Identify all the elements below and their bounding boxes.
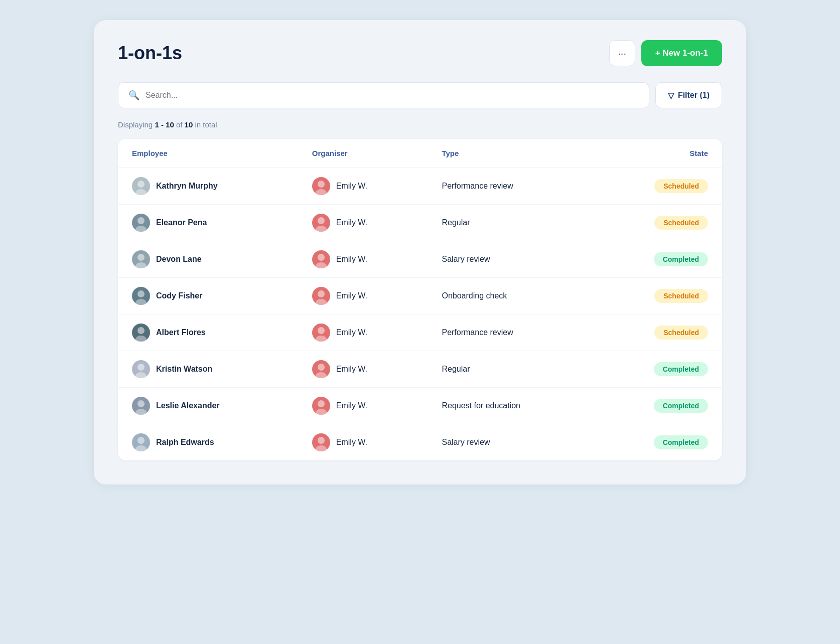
employee-name: Ralph Edwards (156, 438, 214, 447)
organiser-avatar (312, 250, 330, 268)
organiser-cell-4: Emily W. (298, 314, 428, 351)
organiser-cell-7: Emily W. (298, 424, 428, 461)
svg-point-20 (137, 364, 145, 371)
header: 1-on-1s ··· + New 1-on-1 (118, 40, 722, 66)
svg-point-18 (318, 327, 325, 334)
employee-name: Albert Flores (156, 328, 206, 337)
svg-point-27 (316, 409, 327, 415)
table-row[interactable]: Leslie Alexander Emily W. Request for ed… (118, 388, 722, 424)
organiser-cell-6: Emily W. (298, 388, 428, 424)
table-body: Kathryn Murphy Emily W. Performance revi… (118, 168, 722, 461)
header-actions: ··· + New 1-on-1 (609, 40, 722, 66)
svg-point-7 (316, 226, 327, 232)
data-table: Employee Organiser Type State Kathryn Mu… (118, 139, 722, 460)
svg-point-21 (135, 372, 147, 378)
status-badge: Completed (654, 362, 708, 376)
svg-point-1 (135, 189, 147, 195)
col-type: Type (428, 139, 594, 168)
organiser-cell-1: Emily W. (298, 205, 428, 241)
status-badge: Scheduled (654, 326, 708, 340)
organiser-avatar (312, 177, 330, 195)
svg-point-2 (318, 181, 325, 188)
type-cell-5: Regular (428, 351, 594, 388)
organiser-cell-2: Emily W. (298, 241, 428, 278)
search-icon: 🔍 (128, 90, 139, 101)
type-cell-2: Salary review (428, 241, 594, 278)
svg-point-5 (135, 226, 147, 232)
state-cell-3: Scheduled (594, 278, 722, 314)
state-cell-4: Scheduled (594, 314, 722, 351)
employee-name: Cody Fisher (156, 291, 202, 300)
organiser-avatar (312, 214, 330, 232)
svg-point-11 (316, 262, 327, 268)
state-cell-2: Completed (594, 241, 722, 278)
state-cell-6: Completed (594, 388, 722, 424)
employee-avatar (132, 177, 150, 195)
more-options-button[interactable]: ··· (609, 40, 635, 66)
svg-point-12 (137, 290, 145, 297)
organiser-avatar (312, 324, 330, 342)
organiser-cell-3: Emily W. (298, 278, 428, 314)
search-input[interactable] (146, 91, 639, 100)
svg-point-19 (316, 336, 327, 342)
employee-cell-2: Devon Lane (118, 241, 298, 278)
organiser-name: Emily W. (336, 291, 367, 300)
employee-avatar (132, 433, 150, 451)
status-badge: Completed (654, 435, 708, 449)
employee-cell-1: Eleanor Pena (118, 205, 298, 241)
display-suffix: in total (193, 120, 217, 129)
employee-avatar (132, 397, 150, 415)
state-cell-0: Scheduled (594, 168, 722, 205)
page-title: 1-on-1s (118, 43, 182, 64)
svg-point-23 (316, 372, 327, 378)
organiser-name: Emily W. (336, 438, 367, 447)
main-card: 1-on-1s ··· + New 1-on-1 🔍 ▽ Filter (1) … (94, 20, 746, 485)
display-of: of (174, 120, 185, 129)
state-cell-7: Completed (594, 424, 722, 461)
employee-cell-6: Leslie Alexander (118, 388, 298, 424)
svg-point-14 (318, 290, 325, 297)
table-row[interactable]: Devon Lane Emily W. Salary reviewComplet… (118, 241, 722, 278)
svg-point-10 (318, 254, 325, 261)
table-row[interactable]: Eleanor Pena Emily W. RegularScheduled (118, 205, 722, 241)
table-row[interactable]: Ralph Edwards Emily W. Salary reviewComp… (118, 424, 722, 461)
table-row[interactable]: Kristin Watson Emily W. RegularCompleted (118, 351, 722, 388)
status-badge: Scheduled (654, 216, 708, 230)
employee-cell-0: Kathryn Murphy (118, 168, 298, 205)
organiser-name: Emily W. (336, 255, 367, 264)
organiser-name: Emily W. (336, 218, 367, 227)
display-range: 1 - 10 (155, 120, 174, 129)
type-cell-3: Onboarding check (428, 278, 594, 314)
table-row[interactable]: Albert Flores Emily W. Performance revie… (118, 314, 722, 351)
employee-cell-7: Ralph Edwards (118, 424, 298, 461)
svg-point-0 (137, 181, 145, 188)
svg-point-22 (318, 364, 325, 371)
new-1on1-button[interactable]: + New 1-on-1 (641, 40, 722, 66)
table-row[interactable]: Kathryn Murphy Emily W. Performance revi… (118, 168, 722, 205)
filter-button[interactable]: ▽ Filter (1) (655, 82, 722, 108)
status-badge: Completed (654, 252, 708, 266)
col-organiser: Organiser (298, 139, 428, 168)
table-container: Employee Organiser Type State Kathryn Mu… (118, 139, 722, 460)
status-badge: Scheduled (654, 179, 708, 193)
employee-cell-3: Cody Fisher (118, 278, 298, 314)
organiser-name: Emily W. (336, 365, 367, 374)
svg-point-3 (316, 189, 327, 195)
type-cell-4: Performance review (428, 314, 594, 351)
svg-point-17 (135, 336, 147, 342)
employee-avatar (132, 324, 150, 342)
organiser-avatar (312, 397, 330, 415)
employee-avatar (132, 287, 150, 305)
table-row[interactable]: Cody Fisher Emily W. Onboarding checkSch… (118, 278, 722, 314)
state-cell-1: Scheduled (594, 205, 722, 241)
organiser-cell-0: Emily W. (298, 168, 428, 205)
svg-point-13 (135, 299, 147, 305)
svg-point-24 (137, 400, 145, 407)
col-state: State (594, 139, 722, 168)
table-header-row: Employee Organiser Type State (118, 139, 722, 168)
svg-point-28 (137, 437, 145, 444)
filter-label: Filter (1) (678, 91, 710, 100)
organiser-avatar (312, 287, 330, 305)
employee-avatar (132, 214, 150, 232)
display-info: Displaying 1 - 10 of 10 in total (118, 120, 722, 129)
